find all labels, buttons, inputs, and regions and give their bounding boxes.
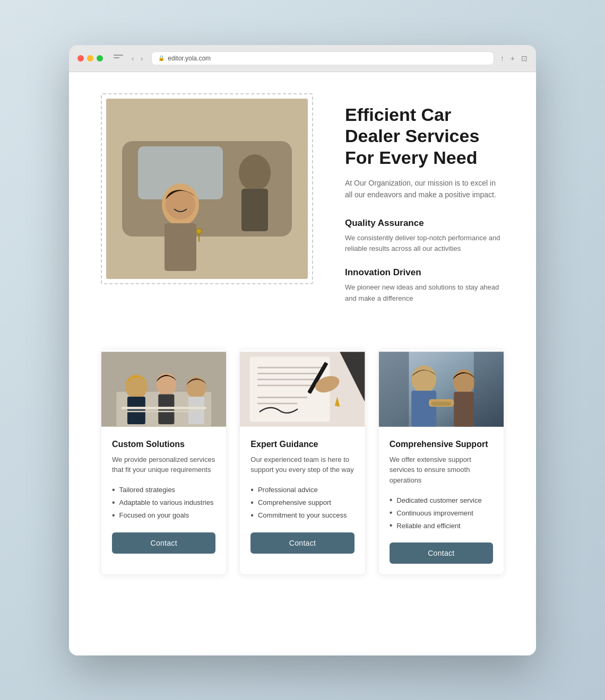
card-expert-guidance: Expert Guidance Our experienced team is … <box>239 349 365 575</box>
forward-button[interactable]: › <box>139 53 145 64</box>
card-2-image <box>240 349 365 429</box>
svg-rect-6 <box>165 223 196 271</box>
svg-rect-22 <box>257 367 322 369</box>
svg-rect-26 <box>257 397 307 398</box>
feature-quality-desc: We consistently deliver top-notch perfor… <box>345 233 504 255</box>
sidebar-toggle-icon[interactable] <box>114 55 123 62</box>
card-3-item-1: Dedicated customer service <box>390 494 493 506</box>
svg-rect-17 <box>188 397 204 424</box>
card-3-body: Comprehensive Support We offer extensive… <box>379 429 504 575</box>
new-tab-icon[interactable]: + <box>511 54 515 63</box>
card-3-desc: We offer extensive support services to e… <box>390 454 493 486</box>
svg-rect-19 <box>126 410 201 412</box>
card-1-contact-button[interactable]: Contact <box>112 532 215 554</box>
svg-point-8 <box>196 229 202 234</box>
svg-point-12 <box>125 374 147 399</box>
svg-rect-13 <box>127 397 145 424</box>
traffic-lights <box>77 55 103 62</box>
hero-image <box>106 99 308 279</box>
lock-icon: 🔒 <box>158 55 165 61</box>
feature-innovation-title: Innovation Driven <box>345 267 504 278</box>
hero-section: Efficient Car Dealer Services For Every … <box>101 93 504 317</box>
card-1-list: Tailored strategies Adaptable to various… <box>112 484 215 522</box>
svg-point-3 <box>239 154 271 191</box>
svg-rect-23 <box>257 373 317 374</box>
svg-rect-37 <box>454 392 474 427</box>
svg-rect-39 <box>431 401 451 406</box>
feature-quality-title: Quality Assurance <box>345 218 504 229</box>
card-2-contact-button[interactable]: Contact <box>250 532 354 554</box>
card-1-title: Custom Solutions <box>112 440 215 449</box>
hero-text: Efficient Car Dealer Services For Every … <box>345 93 504 317</box>
svg-rect-41 <box>474 352 504 426</box>
page-wrapper: Efficient Car Dealer Services For Every … <box>69 72 536 597</box>
browser-content: Efficient Car Dealer Services For Every … <box>69 72 536 655</box>
card-1-image <box>101 349 226 429</box>
feature-quality: Quality Assurance We consistently delive… <box>345 218 504 255</box>
card-3-list: Dedicated customer service Continuous im… <box>390 494 493 532</box>
hero-title: Efficient Car Dealer Services For Every … <box>345 104 504 169</box>
svg-rect-27 <box>257 402 297 404</box>
card-3-contact-button[interactable]: Contact <box>390 542 493 564</box>
hero-subtitle: At Our Organization, our mission is to e… <box>345 177 504 201</box>
browser-actions: ↑ + ⊡ <box>500 54 528 63</box>
card-2-item-1: Professional advice <box>250 484 354 496</box>
card-2-body: Expert Guidance Our experienced team is … <box>240 429 365 564</box>
svg-point-16 <box>186 377 206 398</box>
svg-rect-4 <box>241 189 268 231</box>
card-1-body: Custom Solutions We provide personalized… <box>101 429 226 564</box>
svg-point-34 <box>411 365 436 393</box>
url-text: editor.yola.com <box>168 55 211 62</box>
card-custom-solutions: Custom Solutions We provide personalized… <box>101 349 227 575</box>
browser-chrome: ‹ › 🔒 editor.yola.com ↑ + ⊡ <box>69 45 536 72</box>
card-2-title: Expert Guidance <box>250 440 354 449</box>
card-1-item-3: Focused on your goals <box>112 509 215 522</box>
card-2-list: Professional advice Comprehensive suppor… <box>250 484 354 522</box>
nav-arrows: ‹ › <box>129 53 145 64</box>
card-3-title: Comprehensive Support <box>390 440 493 449</box>
feature-innovation: Innovation Driven We pioneer new ideas a… <box>345 267 504 304</box>
feature-innovation-desc: We pioneer new ideas and solutions to st… <box>345 282 504 304</box>
cards-section: Custom Solutions We provide personalized… <box>101 349 504 575</box>
address-bar[interactable]: 🔒 editor.yola.com <box>151 51 494 65</box>
card-2-item-2: Comprehensive support <box>250 496 354 509</box>
card-1-item-2: Adaptable to various industries <box>112 496 215 509</box>
card-comprehensive-support: Comprehensive Support We offer extensive… <box>378 349 504 575</box>
extensions-icon[interactable]: ⊡ <box>521 54 528 63</box>
svg-rect-18 <box>122 407 206 409</box>
minimize-button[interactable] <box>87 55 93 62</box>
back-button[interactable]: ‹ <box>129 53 136 64</box>
card-2-desc: Our experienced team is here to support … <box>250 454 354 475</box>
card-3-item-2: Continuous improvement <box>390 506 493 519</box>
maximize-button[interactable] <box>97 55 103 62</box>
card-3-image <box>379 349 504 429</box>
card-1-desc: We provide personalized services that fi… <box>112 454 215 475</box>
svg-rect-24 <box>257 379 320 380</box>
card-2-item-3: Commitment to your success <box>250 509 354 522</box>
svg-rect-25 <box>257 384 313 386</box>
svg-point-14 <box>157 373 177 396</box>
close-button[interactable] <box>77 55 84 62</box>
card-1-item-1: Tailored strategies <box>112 484 215 496</box>
svg-rect-35 <box>411 391 436 427</box>
browser-window: ‹ › 🔒 editor.yola.com ↑ + ⊡ <box>69 45 536 655</box>
hero-image-container <box>101 93 313 284</box>
card-3-item-3: Reliable and efficient <box>390 519 493 532</box>
svg-rect-40 <box>379 352 409 426</box>
share-icon[interactable]: ↑ <box>500 54 504 63</box>
